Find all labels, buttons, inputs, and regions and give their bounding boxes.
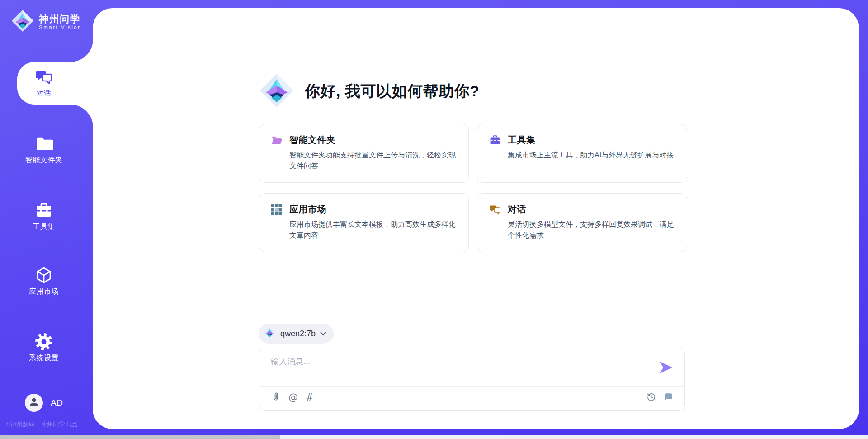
brand-diamond-icon: [264, 327, 276, 341]
chat-square-icon: [664, 392, 674, 403]
chat-icon: [35, 68, 53, 86]
message-input[interactable]: [271, 356, 646, 382]
greeting-title: 你好, 我可以如何帮助你?: [305, 81, 479, 102]
history-icon: [646, 391, 656, 403]
hash-icon: #: [306, 393, 314, 402]
user-name: AD: [51, 398, 63, 408]
sidebar-item-settings[interactable]: 系统设置: [12, 333, 75, 363]
sidebar-item-label: 智能文件夹: [25, 156, 63, 165]
sidebar: 神州问学 Smart Vision 对话 智能文件夹: [0, 0, 93, 439]
new-chat-button[interactable]: [664, 392, 674, 403]
sidebar-item-label: 系统设置: [29, 353, 59, 363]
card-description: 智能文件夹功能支持批量文件上传与清洗，轻松实现文件问答: [289, 150, 457, 172]
brand-logo: 神州问学 Smart Vision: [11, 9, 82, 34]
sidebar-item-label: 对话: [37, 89, 52, 98]
feature-cards: 智能文件夹 智能文件夹功能支持批量文件上传与清洗，轻松实现文件问答 工具集 集成…: [259, 124, 687, 252]
model-name: qwen2:7b: [280, 329, 316, 339]
grid-icon: [271, 204, 283, 215]
mention-button[interactable]: @: [288, 393, 298, 402]
topic-button[interactable]: #: [306, 393, 314, 402]
card-description: 集成市场上主流工具，助力AI与外界无缝扩展与对接: [508, 150, 675, 161]
greeting: 你好, 我可以如何帮助你?: [259, 72, 479, 110]
message-composer: @ #: [259, 348, 685, 411]
at-icon: @: [288, 393, 298, 402]
brand-diamond-icon: [11, 9, 34, 34]
toolbox-icon: [35, 201, 53, 220]
card-chat[interactable]: 对话 灵活切换多模型文件，支持多样回复效果调试，满足个性化需求: [477, 193, 687, 252]
model-selector[interactable]: qwen2:7b: [259, 324, 334, 344]
send-plane-icon: [659, 369, 674, 376]
sidebar-item-chat[interactable]: 对话: [12, 68, 75, 98]
toolbox-icon: [489, 134, 501, 146]
chevron-down-icon: [320, 331, 326, 336]
card-title: 应用市场: [289, 203, 326, 215]
card-title: 工具集: [508, 134, 536, 146]
card-smart-folder[interactable]: 智能文件夹 智能文件夹功能支持批量文件上传与清洗，轻松实现文件问答: [259, 124, 469, 183]
sidebar-item-toolbox[interactable]: 工具集: [12, 201, 75, 232]
horizontal-scrollbar: [0, 435, 868, 439]
card-toolbox[interactable]: 工具集 集成市场上主流工具，助力AI与外界无缝扩展与对接: [477, 124, 687, 183]
sidebar-item-label: 应用市场: [29, 287, 59, 296]
attach-file-button[interactable]: [271, 391, 281, 404]
history-button[interactable]: [646, 391, 656, 403]
copyright-text: ©神州数码 · 神州问学出品: [6, 420, 77, 429]
card-title: 对话: [508, 203, 526, 215]
user-account[interactable]: AD: [25, 394, 63, 412]
composer-divider: [259, 386, 684, 387]
sidebar-item-app-market[interactable]: 应用市场: [12, 266, 75, 296]
chat-icon: [489, 204, 501, 215]
person-icon: [28, 396, 40, 410]
folder-icon: [35, 135, 53, 153]
scrollbar-thumb[interactable]: [0, 435, 280, 439]
gear-icon: [35, 333, 53, 351]
brand-subtitle: Smart Vision: [39, 24, 82, 30]
card-title: 智能文件夹: [289, 134, 336, 146]
send-button[interactable]: [659, 360, 674, 375]
paperclip-icon: [271, 391, 281, 404]
cube-icon: [35, 266, 53, 284]
brand-name: 神州问学: [39, 14, 82, 24]
card-app-market[interactable]: 应用市场 应用市场提供丰富长文本模板，助力高效生成多样化文章内容: [259, 193, 469, 252]
avatar: [25, 394, 43, 412]
brand-diamond-icon: [259, 72, 295, 110]
card-description: 灵活切换多模型文件，支持多样回复效果调试，满足个性化需求: [508, 219, 675, 241]
sidebar-item-smart-folder[interactable]: 智能文件夹: [12, 135, 75, 165]
sidebar-item-label: 工具集: [33, 222, 55, 232]
folder-open-icon: [271, 134, 283, 146]
card-description: 应用市场提供丰富长文本模板，助力高效生成多样化文章内容: [289, 219, 457, 241]
